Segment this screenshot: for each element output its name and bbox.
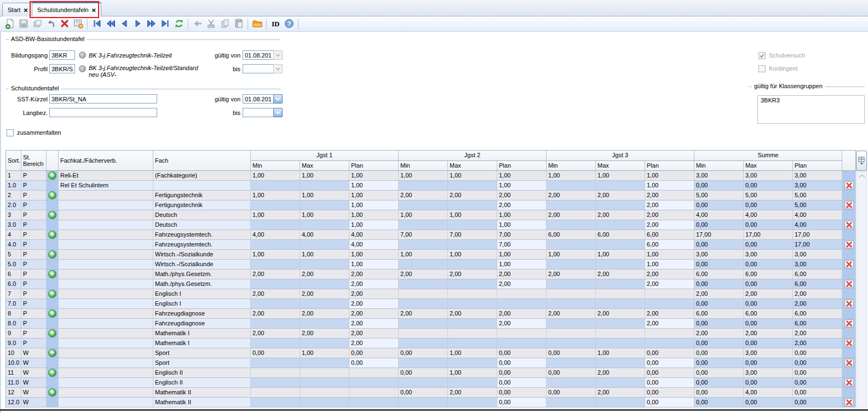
bildungsgang-field[interactable] bbox=[49, 50, 75, 60]
cell-value[interactable] bbox=[596, 329, 645, 339]
cell-value[interactable]: 6,00 bbox=[547, 230, 596, 240]
help-button[interactable]: ? bbox=[282, 18, 296, 31]
add-subject-button[interactable]: + bbox=[48, 369, 56, 377]
cell-fachkat[interactable] bbox=[59, 210, 153, 220]
cell-value[interactable] bbox=[547, 299, 596, 309]
cell-sort[interactable]: 10 bbox=[6, 348, 21, 358]
delete-row-button[interactable] bbox=[844, 201, 854, 209]
cell-value[interactable]: 1,00 bbox=[349, 250, 399, 260]
cell-bereich[interactable]: W bbox=[21, 388, 47, 398]
cell-value[interactable]: 0,00 bbox=[793, 378, 842, 388]
cell-value[interactable] bbox=[547, 358, 596, 368]
column-header-min[interactable]: Min bbox=[547, 161, 596, 171]
column-header-plan[interactable]: Plan bbox=[793, 161, 842, 171]
gueltig-von-field-1[interactable] bbox=[243, 50, 274, 60]
cell-fach[interactable]: Deutsch bbox=[153, 220, 251, 230]
folder-button[interactable] bbox=[250, 18, 264, 31]
cell-value[interactable]: 1,00 bbox=[300, 250, 349, 260]
cell-value[interactable]: 6,00 bbox=[694, 269, 744, 279]
cell-value[interactable]: 0,00 bbox=[694, 348, 744, 358]
cell-value[interactable]: 3,00 bbox=[744, 348, 793, 358]
cell-value[interactable] bbox=[596, 358, 645, 368]
cell-fach[interactable]: Math./phys.Gesetzm. bbox=[153, 269, 251, 279]
cell-value[interactable]: 3,00 bbox=[793, 171, 842, 181]
delete-button[interactable] bbox=[58, 18, 71, 31]
cell-value[interactable]: 4,00 bbox=[349, 230, 399, 240]
cell-value[interactable]: 0,00 bbox=[645, 348, 694, 358]
cell-value[interactable]: 2,00 bbox=[399, 191, 448, 200]
add-subject-button[interactable]: + bbox=[48, 290, 56, 298]
delete-cell[interactable] bbox=[842, 339, 856, 348]
cell-value[interactable]: 2,00 bbox=[645, 269, 694, 279]
cell-value[interactable]: 0,00 bbox=[744, 200, 793, 210]
cell-value[interactable]: 0,00 bbox=[399, 388, 448, 398]
cell-value[interactable]: 1,00 bbox=[596, 250, 645, 260]
cell-value[interactable] bbox=[349, 378, 399, 388]
column-header-max[interactable]: Max bbox=[300, 161, 349, 171]
delete-cell[interactable] bbox=[842, 220, 856, 230]
cell-value[interactable] bbox=[251, 319, 300, 329]
cell-fachkat[interactable] bbox=[59, 309, 153, 319]
cell-value[interactable]: 2,00 bbox=[399, 269, 448, 279]
cell-fach[interactable]: Sport bbox=[153, 348, 251, 358]
cell-value[interactable]: 2,00 bbox=[448, 191, 497, 200]
cell-value[interactable]: 3,00 bbox=[793, 250, 842, 260]
cell-value[interactable]: 2,00 bbox=[645, 191, 694, 200]
cell-value[interactable]: 2,00 bbox=[547, 269, 596, 279]
cell-value[interactable]: 0,00 bbox=[744, 378, 793, 388]
add-subject-cell[interactable]: + bbox=[47, 191, 59, 200]
add-subject-cell[interactable]: + bbox=[47, 309, 59, 319]
cell-value[interactable]: 0,00 bbox=[645, 368, 694, 378]
cell-value[interactable]: 0,00 bbox=[547, 388, 596, 398]
cell-fachkat[interactable] bbox=[59, 299, 153, 309]
cell-value[interactable]: 2,00 bbox=[744, 289, 793, 299]
refresh-button[interactable] bbox=[172, 18, 186, 31]
cell-value[interactable]: 1,00 bbox=[547, 250, 596, 260]
add-subject-button[interactable]: + bbox=[48, 231, 56, 239]
cell-sort[interactable]: 10.0 bbox=[6, 358, 21, 368]
delete-row-button[interactable] bbox=[844, 280, 854, 288]
cell-value[interactable]: 0,00 bbox=[645, 358, 694, 368]
cell-value[interactable]: 0,00 bbox=[694, 181, 744, 191]
cell-value[interactable]: 2,00 bbox=[497, 269, 547, 279]
cell-value[interactable] bbox=[547, 260, 596, 269]
delete-row-button[interactable] bbox=[844, 300, 854, 308]
column-header-max[interactable]: Max bbox=[744, 161, 793, 171]
cell-value[interactable]: 1,00 bbox=[399, 171, 448, 181]
cell-value[interactable] bbox=[349, 368, 399, 378]
cell-value[interactable]: 2,00 bbox=[694, 329, 744, 339]
cell-value[interactable]: 2,00 bbox=[251, 309, 300, 319]
add-subject-button[interactable]: + bbox=[48, 329, 56, 337]
cell-value[interactable]: 17,00 bbox=[744, 230, 793, 240]
cell-value[interactable]: 1,00 bbox=[349, 220, 399, 230]
cell-value[interactable] bbox=[399, 240, 448, 250]
cell-value[interactable]: 1,00 bbox=[448, 171, 497, 181]
cell-value[interactable]: 1,00 bbox=[399, 250, 448, 260]
cell-value[interactable] bbox=[399, 289, 448, 299]
add-subject-cell[interactable]: + bbox=[47, 171, 59, 181]
cell-bereich[interactable]: P bbox=[21, 329, 47, 339]
cell-value[interactable]: 0,00 bbox=[694, 220, 744, 230]
cell-bereich[interactable]: P bbox=[21, 269, 47, 279]
nav-last-button[interactable] bbox=[158, 18, 172, 31]
tab-start[interactable]: Start × bbox=[2, 3, 33, 16]
cell-bereich[interactable]: P bbox=[21, 279, 47, 289]
cell-value[interactable]: 0,00 bbox=[744, 279, 793, 289]
cell-value[interactable]: 2,00 bbox=[547, 191, 596, 200]
cell-value[interactable]: 4,00 bbox=[694, 210, 744, 220]
cell-value[interactable] bbox=[399, 319, 448, 329]
cell-fach[interactable]: Englisch I bbox=[153, 289, 251, 299]
cell-fach[interactable]: Mathematik II bbox=[153, 398, 251, 408]
cell-sort[interactable]: 2 bbox=[6, 191, 21, 200]
cell-value[interactable] bbox=[448, 279, 497, 289]
add-subject-cell[interactable]: + bbox=[47, 289, 59, 299]
tab-schulstundentafeln[interactable]: Schulstundentafeln × bbox=[32, 2, 101, 16]
cell-value[interactable]: 3,00 bbox=[793, 181, 842, 191]
cell-value[interactable]: 0,00 bbox=[694, 339, 744, 348]
cell-value[interactable]: 6,00 bbox=[793, 269, 842, 279]
cell-value[interactable]: 0,00 bbox=[349, 348, 399, 358]
cell-value[interactable]: 0,00 bbox=[547, 348, 596, 358]
cell-value[interactable]: 2,00 bbox=[349, 289, 399, 299]
cell-fachkat[interactable]: Rel Et Schulintern bbox=[59, 181, 153, 191]
cell-bereich[interactable]: P bbox=[21, 210, 47, 220]
